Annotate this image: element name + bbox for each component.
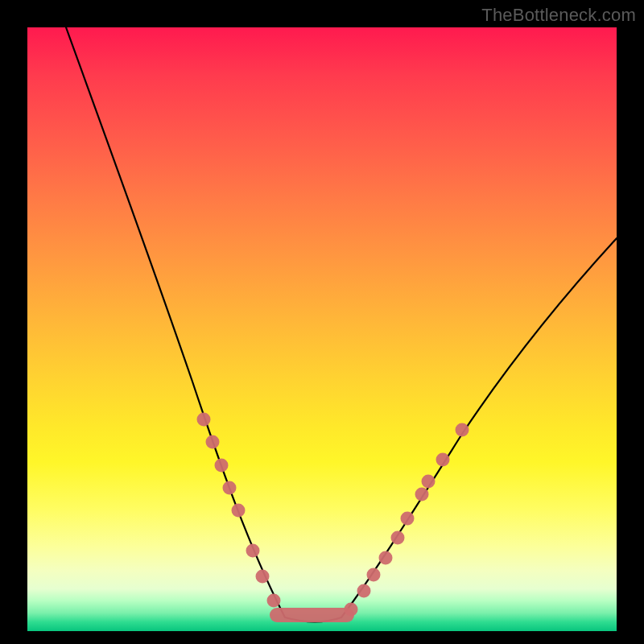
svg-point-9 xyxy=(357,584,371,598)
svg-point-1 xyxy=(206,436,220,449)
svg-point-6 xyxy=(256,570,270,584)
svg-point-15 xyxy=(422,475,436,489)
watermark-text: TheBottleneck.com xyxy=(481,5,636,26)
marker-dots xyxy=(197,413,469,617)
bottleneck-curve xyxy=(66,27,617,621)
svg-point-4 xyxy=(232,504,246,518)
svg-point-16 xyxy=(436,453,450,467)
svg-point-5 xyxy=(246,544,260,558)
svg-point-17 xyxy=(456,423,469,437)
svg-point-11 xyxy=(379,551,393,565)
chart-overlay xyxy=(27,27,617,631)
svg-point-14 xyxy=(415,488,429,502)
svg-point-7 xyxy=(267,594,281,608)
svg-point-12 xyxy=(391,531,405,545)
svg-point-2 xyxy=(215,459,229,473)
svg-point-10 xyxy=(367,568,381,582)
svg-point-8 xyxy=(345,603,358,617)
outer-frame: TheBottleneck.com xyxy=(0,0,644,644)
svg-point-0 xyxy=(197,413,211,427)
svg-point-13 xyxy=(401,512,415,526)
svg-point-3 xyxy=(223,481,237,495)
plot-area xyxy=(27,27,617,631)
